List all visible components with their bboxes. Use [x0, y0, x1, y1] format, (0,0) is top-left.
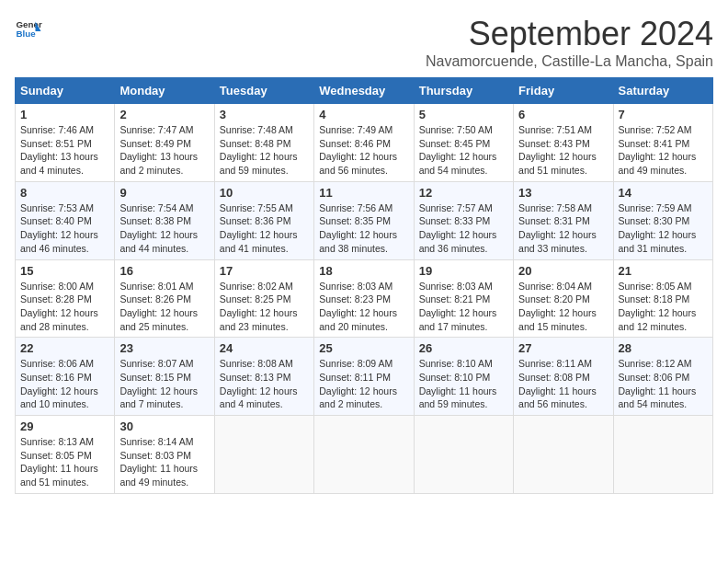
day-info: Sunrise: 8:14 AMSunset: 8:03 PMDaylight:… [119, 435, 209, 489]
day-number: 24 [220, 341, 309, 355]
day-info: Sunrise: 7:52 AMSunset: 8:41 PMDaylight:… [619, 123, 708, 178]
calendar-cell: 22Sunrise: 8:06 AMSunset: 8:16 PMDayligh… [16, 338, 115, 416]
day-number: 17 [220, 264, 309, 278]
day-number: 20 [518, 264, 608, 278]
calendar-cell: 12Sunrise: 7:57 AMSunset: 8:33 PMDayligh… [414, 181, 513, 259]
col-header-monday: Monday [115, 78, 214, 104]
calendar-week-row: 8Sunrise: 7:53 AMSunset: 8:40 PMDaylight… [16, 181, 713, 259]
day-number: 15 [20, 264, 109, 278]
day-info: Sunrise: 7:59 AMSunset: 8:30 PMDaylight:… [619, 201, 708, 256]
calendar-cell: 28Sunrise: 8:12 AMSunset: 8:06 PMDayligh… [613, 338, 712, 416]
day-info: Sunrise: 8:05 AMSunset: 8:18 PMDaylight:… [619, 280, 708, 334]
day-info: Sunrise: 7:46 AMSunset: 8:51 PMDaylight:… [20, 123, 109, 178]
day-info: Sunrise: 7:56 AMSunset: 8:35 PMDaylight:… [319, 201, 408, 256]
day-number: 30 [119, 419, 209, 433]
calendar-cell: 14Sunrise: 7:59 AMSunset: 8:30 PMDayligh… [613, 181, 712, 259]
day-number: 27 [518, 341, 608, 355]
day-number: 25 [319, 341, 408, 355]
calendar-cell [214, 416, 313, 494]
calendar-table: SundayMondayTuesdayWednesdayThursdayFrid… [15, 77, 713, 494]
calendar-week-row: 1Sunrise: 7:46 AMSunset: 8:51 PMDaylight… [16, 104, 713, 182]
logo: General Blue [15, 15, 46, 42]
day-number: 12 [419, 186, 508, 200]
day-number: 29 [20, 419, 109, 433]
day-number: 14 [619, 186, 708, 200]
day-info: Sunrise: 7:55 AMSunset: 8:36 PMDaylight:… [220, 201, 309, 256]
day-number: 28 [619, 341, 708, 355]
day-info: Sunrise: 8:01 AMSunset: 8:26 PMDaylight:… [119, 280, 209, 334]
day-number: 13 [518, 186, 608, 200]
day-info: Sunrise: 8:06 AMSunset: 8:16 PMDaylight:… [20, 357, 109, 411]
day-number: 22 [20, 341, 109, 355]
day-info: Sunrise: 8:04 AMSunset: 8:20 PMDaylight:… [518, 280, 608, 334]
day-number: 5 [419, 108, 508, 121]
generalblue-logo-icon: General Blue [15, 15, 42, 42]
day-info: Sunrise: 7:49 AMSunset: 8:46 PMDaylight:… [319, 123, 408, 178]
day-info: Sunrise: 8:09 AMSunset: 8:11 PMDaylight:… [319, 357, 408, 411]
calendar-cell: 9Sunrise: 7:54 AMSunset: 8:38 PMDaylight… [115, 181, 214, 259]
day-number: 7 [619, 108, 708, 121]
calendar-cell: 6Sunrise: 7:51 AMSunset: 8:43 PMDaylight… [514, 104, 613, 182]
day-info: Sunrise: 7:48 AMSunset: 8:48 PMDaylight:… [220, 123, 309, 178]
calendar-cell: 7Sunrise: 7:52 AMSunset: 8:41 PMDaylight… [613, 104, 712, 182]
col-header-thursday: Thursday [414, 78, 513, 104]
day-number: 4 [319, 108, 408, 121]
calendar-cell: 1Sunrise: 7:46 AMSunset: 8:51 PMDaylight… [16, 104, 115, 182]
day-number: 21 [619, 264, 708, 278]
title-area: September 2024 Navamorcuende, Castille-L… [426, 15, 713, 70]
calendar-cell: 24Sunrise: 8:08 AMSunset: 8:13 PMDayligh… [214, 338, 313, 416]
header: General Blue September 2024 Navamorcuend… [15, 15, 713, 70]
day-info: Sunrise: 7:50 AMSunset: 8:45 PMDaylight:… [419, 123, 508, 178]
calendar-cell: 11Sunrise: 7:56 AMSunset: 8:35 PMDayligh… [314, 181, 414, 259]
day-number: 16 [119, 264, 209, 278]
day-info: Sunrise: 8:07 AMSunset: 8:15 PMDaylight:… [119, 357, 209, 411]
col-header-friday: Friday [514, 78, 613, 104]
calendar-cell: 16Sunrise: 8:01 AMSunset: 8:26 PMDayligh… [115, 259, 214, 338]
calendar-cell: 29Sunrise: 8:13 AMSunset: 8:05 PMDayligh… [16, 416, 115, 494]
calendar-cell [414, 416, 513, 494]
col-header-saturday: Saturday [613, 78, 712, 104]
calendar-week-row: 29Sunrise: 8:13 AMSunset: 8:05 PMDayligh… [16, 416, 713, 494]
calendar-cell: 18Sunrise: 8:03 AMSunset: 8:23 PMDayligh… [314, 259, 414, 338]
calendar-cell: 4Sunrise: 7:49 AMSunset: 8:46 PMDaylight… [314, 104, 414, 182]
calendar-cell [613, 416, 712, 494]
calendar-cell: 17Sunrise: 8:02 AMSunset: 8:25 PMDayligh… [214, 259, 313, 338]
day-info: Sunrise: 7:57 AMSunset: 8:33 PMDaylight:… [419, 201, 508, 256]
day-info: Sunrise: 8:03 AMSunset: 8:21 PMDaylight:… [419, 280, 508, 334]
col-header-sunday: Sunday [16, 78, 115, 104]
day-info: Sunrise: 8:11 AMSunset: 8:08 PMDaylight:… [518, 357, 608, 411]
day-number: 1 [20, 108, 109, 121]
calendar-cell: 8Sunrise: 7:53 AMSunset: 8:40 PMDaylight… [16, 181, 115, 259]
day-number: 26 [419, 341, 508, 355]
day-info: Sunrise: 7:54 AMSunset: 8:38 PMDaylight:… [119, 201, 209, 256]
calendar-cell: 30Sunrise: 8:14 AMSunset: 8:03 PMDayligh… [115, 416, 214, 494]
day-info: Sunrise: 8:08 AMSunset: 8:13 PMDaylight:… [220, 357, 309, 411]
calendar-cell: 15Sunrise: 8:00 AMSunset: 8:28 PMDayligh… [16, 259, 115, 338]
day-info: Sunrise: 8:10 AMSunset: 8:10 PMDaylight:… [419, 357, 508, 411]
location-subtitle: Navamorcuende, Castille-La Mancha, Spain [426, 53, 713, 70]
calendar-cell: 5Sunrise: 7:50 AMSunset: 8:45 PMDaylight… [414, 104, 513, 182]
calendar-cell: 13Sunrise: 7:58 AMSunset: 8:31 PMDayligh… [514, 181, 613, 259]
day-number: 9 [119, 186, 209, 200]
svg-text:Blue: Blue [17, 29, 37, 39]
calendar-cell [514, 416, 613, 494]
calendar-cell: 19Sunrise: 8:03 AMSunset: 8:21 PMDayligh… [414, 259, 513, 338]
day-info: Sunrise: 7:58 AMSunset: 8:31 PMDaylight:… [518, 201, 608, 256]
day-info: Sunrise: 7:51 AMSunset: 8:43 PMDaylight:… [518, 123, 608, 178]
day-info: Sunrise: 8:02 AMSunset: 8:25 PMDaylight:… [220, 280, 309, 334]
day-number: 2 [119, 108, 209, 121]
calendar-week-row: 15Sunrise: 8:00 AMSunset: 8:28 PMDayligh… [16, 259, 713, 338]
col-header-wednesday: Wednesday [314, 78, 414, 104]
calendar-cell: 26Sunrise: 8:10 AMSunset: 8:10 PMDayligh… [414, 338, 513, 416]
calendar-cell [314, 416, 414, 494]
day-info: Sunrise: 7:53 AMSunset: 8:40 PMDaylight:… [20, 201, 109, 256]
calendar-week-row: 22Sunrise: 8:06 AMSunset: 8:16 PMDayligh… [16, 338, 713, 416]
day-number: 19 [419, 264, 508, 278]
calendar-cell: 20Sunrise: 8:04 AMSunset: 8:20 PMDayligh… [514, 259, 613, 338]
col-header-tuesday: Tuesday [214, 78, 313, 104]
day-number: 23 [119, 341, 209, 355]
calendar-cell: 10Sunrise: 7:55 AMSunset: 8:36 PMDayligh… [214, 181, 313, 259]
calendar-cell: 3Sunrise: 7:48 AMSunset: 8:48 PMDaylight… [214, 104, 313, 182]
day-number: 6 [518, 108, 608, 121]
day-info: Sunrise: 8:13 AMSunset: 8:05 PMDaylight:… [20, 435, 109, 489]
